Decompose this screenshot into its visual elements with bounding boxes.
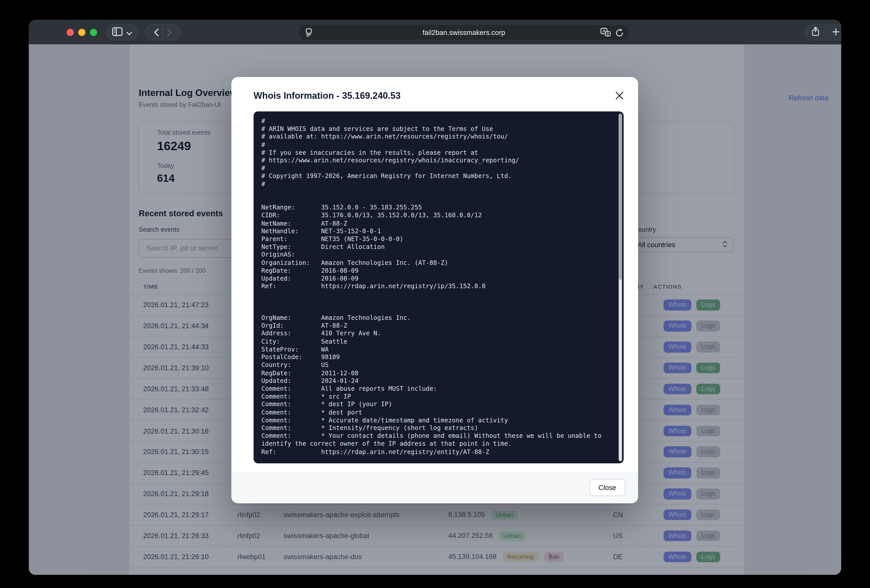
stage: fail2ban.swissmakers.corp A文: [0, 0, 870, 588]
sidebar-toggle-button[interactable]: [106, 24, 138, 40]
whois-terminal[interactable]: # # ARIN WHOIS data and services are sub…: [253, 111, 624, 463]
close-button[interactable]: Close: [589, 479, 625, 496]
page-menu-icon[interactable]: [305, 28, 312, 39]
url-text: fail2ban.swissmakers.corp: [299, 29, 628, 36]
window-minimize-button[interactable]: [78, 29, 85, 36]
chevron-down-icon: [127, 27, 132, 37]
nav-button-group: [145, 24, 180, 40]
terminal-scrollbar-thumb[interactable]: [618, 114, 622, 280]
close-icon[interactable]: [613, 89, 626, 101]
forward-button[interactable]: [166, 28, 172, 37]
window-close-button[interactable]: [67, 29, 74, 36]
whois-terminal-text: # # ARIN WHOIS data and services are sub…: [261, 117, 616, 456]
sidebar-icon: [112, 27, 123, 38]
reload-icon[interactable]: [615, 28, 624, 39]
share-icon[interactable]: [812, 27, 819, 38]
terminal-scrollbar[interactable]: [618, 114, 622, 461]
new-tab-icon[interactable]: [832, 27, 839, 37]
browser-window: fail2ban.swissmakers.corp A文: [29, 20, 841, 575]
nav-separator: [162, 28, 163, 37]
modal-footer: Close: [231, 472, 638, 503]
page-content: Internal Log Overview Events stored by F…: [29, 44, 841, 575]
window-zoom-button[interactable]: [90, 29, 97, 36]
back-button[interactable]: [153, 28, 159, 37]
svg-text:文: 文: [606, 32, 610, 36]
toolbar-right-group: [804, 24, 841, 40]
whois-modal: Whois Information - 35.169.240.53 # # AR…: [231, 77, 638, 503]
address-bar[interactable]: fail2ban.swissmakers.corp A文: [299, 25, 628, 40]
browser-toolbar: fail2ban.swissmakers.corp A文: [29, 20, 841, 44]
translate-icon[interactable]: A文: [600, 28, 611, 39]
modal-title: Whois Information - 35.169.240.53: [253, 91, 401, 101]
